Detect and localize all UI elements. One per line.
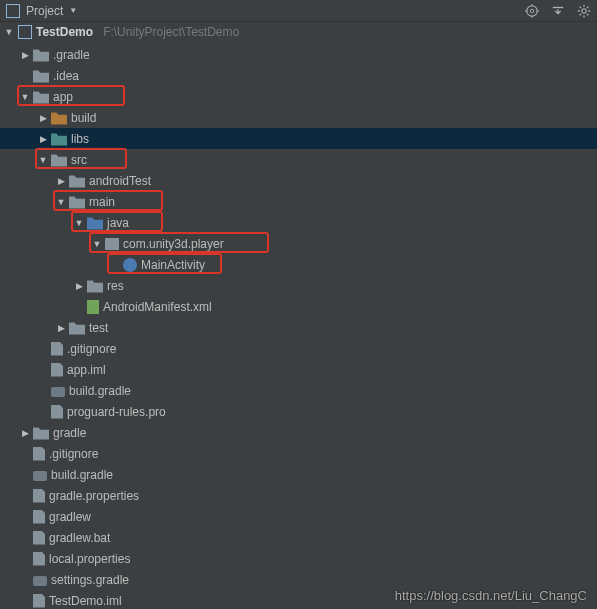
file-icon-icon xyxy=(33,594,45,608)
tree-item-java[interactable]: java xyxy=(0,212,597,233)
tree-item-app[interactable]: app xyxy=(0,86,597,107)
file-icon-icon xyxy=(33,531,45,545)
folder-gray-icon xyxy=(33,426,49,440)
expand-arrow-icon[interactable] xyxy=(56,176,66,186)
target-icon[interactable] xyxy=(525,4,539,18)
folder-gray-icon xyxy=(33,90,49,104)
expand-arrow-icon[interactable] xyxy=(92,239,102,249)
file-icon-icon xyxy=(51,405,63,419)
tree-item--gitignore[interactable]: .gitignore xyxy=(0,443,597,464)
tree-item-label: AndroidManifest.xml xyxy=(103,300,212,314)
file-gradle-icon xyxy=(33,576,47,586)
tree-item-label: MainActivity xyxy=(141,258,205,272)
expand-arrow-icon[interactable] xyxy=(38,113,48,123)
expand-arrow-icon[interactable] xyxy=(56,323,66,333)
expand-arrow-icon[interactable] xyxy=(20,92,30,102)
expand-arrow-icon[interactable] xyxy=(74,218,84,228)
tree-item-proguard-rules-pro[interactable]: proguard-rules.pro xyxy=(0,401,597,422)
folder-gray-icon xyxy=(33,69,49,83)
tree-item-label: local.properties xyxy=(49,552,130,566)
file-icon-icon xyxy=(33,552,45,566)
tree-item-label: build.gradle xyxy=(69,384,131,398)
tree-item-settings-gradle[interactable]: settings.gradle xyxy=(0,569,597,590)
tree-item--gitignore[interactable]: .gitignore xyxy=(0,338,597,359)
tree-item-libs[interactable]: libs xyxy=(0,128,597,149)
tree-item-build-gradle[interactable]: build.gradle xyxy=(0,464,597,485)
folder-teal-icon xyxy=(51,132,67,146)
chevron-down-icon: ▼ xyxy=(69,6,77,15)
project-name-label: TestDemo xyxy=(36,25,93,39)
tree-item-androidmanifest-xml[interactable]: AndroidManifest.xml xyxy=(0,296,597,317)
folder-blue-icon xyxy=(87,216,103,230)
tree-item-build-gradle[interactable]: build.gradle xyxy=(0,380,597,401)
file-gradle-icon xyxy=(51,387,65,397)
expand-arrow-icon[interactable] xyxy=(56,197,66,207)
project-root[interactable]: ▼ TestDemo F:\UnityProject\TestDemo xyxy=(0,22,597,42)
tree-item-local-properties[interactable]: local.properties xyxy=(0,548,597,569)
expand-arrow-icon[interactable]: ▼ xyxy=(4,27,14,37)
expand-arrow-icon[interactable] xyxy=(38,134,48,144)
folder-gray file-res-icon xyxy=(87,279,103,293)
tree-item-main[interactable]: main xyxy=(0,191,597,212)
tree-item-mainactivity[interactable]: MainActivity xyxy=(0,254,597,275)
tree-item-gradlew-bat[interactable]: gradlew.bat xyxy=(0,527,597,548)
folder-gray-icon xyxy=(51,153,67,167)
tree-item-res[interactable]: res xyxy=(0,275,597,296)
tree-item-label: app.iml xyxy=(67,363,106,377)
module-icon xyxy=(18,25,32,39)
svg-point-8 xyxy=(582,8,586,12)
tree-item-label: gradle xyxy=(53,426,86,440)
tree-item-com-unity3d-player[interactable]: com.unity3d.player xyxy=(0,233,597,254)
expand-arrow-icon[interactable] xyxy=(74,281,84,291)
tree-item-label: app xyxy=(53,90,73,104)
tree-item--idea[interactable]: .idea xyxy=(0,65,597,86)
tree-item-gradle-properties[interactable]: gradle.properties xyxy=(0,485,597,506)
file-icon-icon xyxy=(33,447,45,461)
tree-item-label: java xyxy=(107,216,129,230)
package-icon-icon xyxy=(105,238,119,250)
tree-item-label: TestDemo.iml xyxy=(49,594,122,608)
tree-item-build[interactable]: build xyxy=(0,107,597,128)
tree-item-src[interactable]: src xyxy=(0,149,597,170)
project-tree: .gradle.ideaappbuildlibssrcandroidTestma… xyxy=(0,42,597,609)
tree-item-label: settings.gradle xyxy=(51,573,129,587)
file-icon-icon xyxy=(51,363,63,377)
manifest-icon-icon xyxy=(87,300,99,314)
tree-item-test[interactable]: test xyxy=(0,317,597,338)
tree-item-label: src xyxy=(71,153,87,167)
tree-item-label: com.unity3d.player xyxy=(123,237,224,251)
expand-arrow-icon[interactable] xyxy=(20,50,30,60)
tree-item-label: .gitignore xyxy=(49,447,98,461)
tree-item-label: .idea xyxy=(53,69,79,83)
svg-point-1 xyxy=(530,9,534,13)
project-path-label: F:\UnityProject\TestDemo xyxy=(103,25,239,39)
tree-item-label: build xyxy=(71,111,96,125)
tree-item-label: .gitignore xyxy=(67,342,116,356)
tree-item-label: main xyxy=(89,195,115,209)
tree-item-app-iml[interactable]: app.iml xyxy=(0,359,597,380)
gear-icon[interactable] xyxy=(577,4,591,18)
tree-item-label: gradlew.bat xyxy=(49,531,110,545)
folder-gray-icon xyxy=(69,321,85,335)
tree-item-label: test xyxy=(89,321,108,335)
folder-gray-icon xyxy=(33,48,49,62)
tree-item-gradlew[interactable]: gradlew xyxy=(0,506,597,527)
expand-arrow-icon[interactable] xyxy=(20,428,30,438)
class-icon-icon xyxy=(123,258,137,272)
file-icon-icon xyxy=(33,489,45,503)
watermark-text: https://blog.csdn.net/Liu_ChangC xyxy=(395,588,587,603)
svg-point-0 xyxy=(527,5,538,16)
file-icon-icon xyxy=(51,342,63,356)
tree-item-label: .gradle xyxy=(53,48,90,62)
tree-item-gradle[interactable]: gradle xyxy=(0,422,597,443)
tree-item--gradle[interactable]: .gradle xyxy=(0,44,597,65)
view-selector[interactable]: Project ▼ xyxy=(6,4,525,18)
file-icon-icon xyxy=(33,510,45,524)
file-gradle-icon xyxy=(33,471,47,481)
expand-arrow-icon[interactable] xyxy=(38,155,48,165)
tree-item-androidtest[interactable]: androidTest xyxy=(0,170,597,191)
tree-item-label: res xyxy=(107,279,124,293)
collapse-icon[interactable] xyxy=(551,4,565,18)
folder-orange-icon xyxy=(51,111,67,125)
folder-gray-icon xyxy=(69,174,85,188)
